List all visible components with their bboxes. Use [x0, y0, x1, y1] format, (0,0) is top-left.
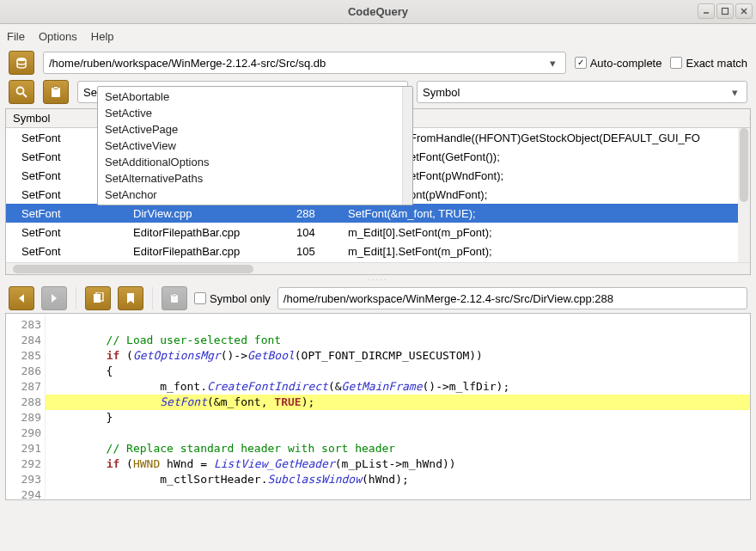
close-button[interactable] — [735, 3, 753, 19]
maximize-button[interactable] — [716, 3, 734, 19]
cell-symbol: SetFont — [6, 207, 126, 220]
database-path-value: /home/ruben/workspace/WinMerge-2.12.4-sr… — [49, 57, 546, 70]
svg-rect-8 — [54, 87, 58, 89]
menubar: File Options Help — [0, 24, 756, 48]
autocomplete-list: SetAbortableSetActiveSetActivePageSetAct… — [98, 87, 402, 205]
autocomplete-item[interactable]: SetActiveView — [98, 138, 402, 154]
cell-file: EditorFilepathBar.cpp — [126, 245, 290, 258]
chevron-down-icon: ▾ — [728, 86, 741, 99]
menu-file[interactable]: File — [7, 30, 25, 43]
bookmark-button[interactable] — [118, 286, 143, 310]
cell-text: SetFont(&m_font, TRUE); — [341, 207, 750, 220]
database-path-combo[interactable]: /home/ruben/workspace/WinMerge-2.12.4-sr… — [43, 52, 566, 74]
clipboard-button — [162, 286, 187, 310]
cell-symbol: SetFont — [6, 226, 126, 239]
symbol-only-label: Symbol only — [210, 292, 271, 305]
splitter-handle[interactable]: ····· — [0, 275, 756, 284]
chevron-down-icon: ▾ — [546, 57, 560, 70]
cell-line: 104 — [290, 226, 341, 239]
toolbar-code: Symbol only /home/ruben/workspace/WinMer… — [0, 284, 756, 313]
svg-rect-1 — [722, 9, 729, 15]
autocomplete-item[interactable]: SetActive — [98, 105, 402, 121]
code-content[interactable]: // Load user-selected font if (GetOption… — [46, 314, 750, 499]
window-title: CodeQuery — [348, 5, 408, 18]
checkbox-empty-icon — [670, 57, 682, 69]
checkbox-empty-icon — [194, 292, 206, 304]
svg-line-6 — [23, 94, 27, 97]
scope-combo[interactable]: Symbol ▾ — [417, 81, 747, 103]
cell-line: 288 — [290, 207, 341, 220]
toolbar-top: /home/ruben/workspace/WinMerge-2.12.4-sr… — [0, 48, 756, 77]
results-v-scrollbar[interactable] — [738, 128, 750, 262]
code-viewer: 283284285286287288289290291292293294 // … — [5, 313, 751, 500]
scrollbar-thumb[interactable] — [13, 265, 253, 273]
autocomplete-item[interactable]: SetAdditionalOptions — [98, 154, 402, 170]
scope-value: Symbol — [423, 86, 728, 99]
titlebar: CodeQuery — [0, 0, 756, 24]
autocomplete-label: Auto-complete — [590, 57, 662, 70]
table-row[interactable]: SetFontEditorFilepathBar.cpp104m_Edit[0]… — [6, 223, 750, 242]
exactmatch-label: Exact match — [686, 57, 747, 70]
scrollbar-thumb[interactable] — [740, 128, 748, 202]
cell-symbol: SetFont — [6, 245, 126, 258]
cell-text: m_Edit[1].SetFont(m_pFont); — [341, 245, 750, 258]
results-h-scrollbar[interactable] — [6, 262, 750, 274]
line-number-gutter: 283284285286287288289290291292293294 — [6, 314, 46, 499]
window-controls — [698, 3, 753, 19]
separator — [152, 287, 153, 309]
cell-line: 105 — [290, 245, 341, 258]
autocomplete-checkbox[interactable]: ✓ Auto-complete — [575, 57, 662, 70]
exactmatch-checkbox[interactable]: Exact match — [670, 57, 747, 70]
separator — [76, 287, 76, 309]
autocomplete-item[interactable]: SetActivePage — [98, 121, 402, 138]
source-path-box[interactable]: /home/ruben/workspace/WinMerge-2.12.4-sr… — [277, 287, 747, 309]
forward-button — [41, 286, 67, 310]
svg-point-4 — [17, 58, 26, 61]
checkbox-checked-icon: ✓ — [575, 57, 587, 69]
minimize-button[interactable] — [698, 3, 715, 19]
cell-text: m_Edit[0].SetFont(m_pFont); — [341, 226, 750, 239]
autocomplete-popup: SetAbortableSetActiveSetActivePageSetAct… — [97, 86, 413, 205]
svg-rect-12 — [173, 294, 176, 297]
autocomplete-item[interactable]: SetAlternativePaths — [98, 170, 402, 187]
menu-options[interactable]: Options — [39, 30, 77, 43]
table-row[interactable]: SetFontEditorFilepathBar.cpp105m_Edit[1]… — [6, 242, 750, 260]
autocomplete-item[interactable]: SetAnchor — [98, 187, 402, 203]
search-button[interactable] — [9, 80, 34, 104]
table-row[interactable]: SetFontDirView.cpp288SetFont(&m_font, TR… — [6, 204, 750, 223]
svg-point-5 — [17, 88, 24, 95]
source-path-value: /home/ruben/workspace/WinMerge-2.12.4-sr… — [284, 292, 613, 305]
open-database-button[interactable] — [9, 51, 34, 75]
autocomplete-scrollbar[interactable] — [402, 87, 412, 205]
autocomplete-item[interactable]: SetAbortable — [98, 89, 402, 105]
menu-help[interactable]: Help — [91, 30, 114, 43]
back-button[interactable] — [9, 286, 34, 310]
cell-file: DirView.cpp — [126, 207, 290, 220]
copy-file-button[interactable] — [85, 286, 111, 310]
cell-file: EditorFilepathBar.cpp — [126, 226, 290, 239]
symbol-only-checkbox[interactable]: Symbol only — [194, 292, 271, 305]
paste-button[interactable] — [43, 80, 69, 104]
